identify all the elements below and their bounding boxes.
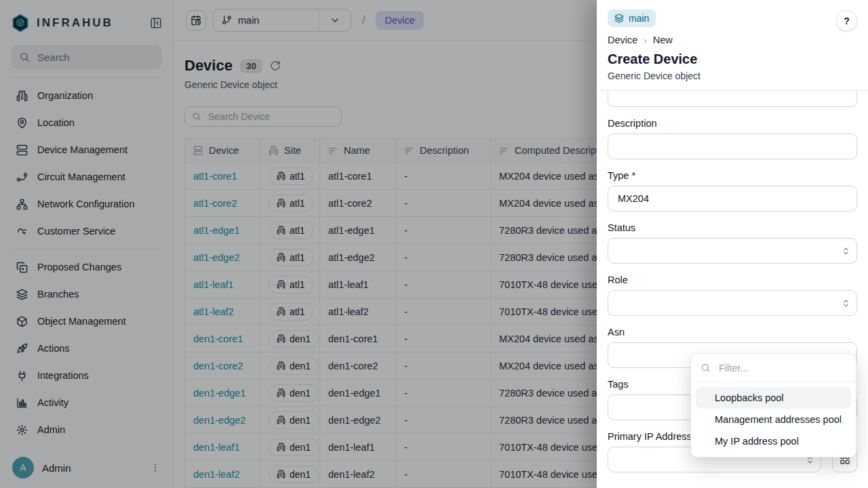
type-input[interactable] <box>616 192 848 205</box>
field-description: Description <box>608 118 857 159</box>
chevron-right-icon: › <box>644 35 646 45</box>
dropdown-item-loopbacks-pool[interactable]: Loopbacks pool <box>696 387 851 409</box>
chevrons-up-down-icon <box>842 299 850 308</box>
search-icon <box>701 363 711 373</box>
pool-dropdown: Loopbacks pool Management addresses pool… <box>690 353 856 458</box>
status-label: Status <box>608 222 857 233</box>
dropdown-item-management-addresses-pool[interactable]: Management addresses pool <box>696 409 851 430</box>
description-label: Description <box>608 118 857 129</box>
asn-label: Asn <box>608 327 857 338</box>
breadcrumb-parent[interactable]: Device <box>608 35 637 45</box>
field-status: Status <box>608 222 857 264</box>
drawer-header: main ? Device › New Create Device Generi… <box>597 0 868 91</box>
dropdown-filter[interactable] <box>691 354 856 382</box>
dropdown-item-my-ip-address-pool[interactable]: My IP address pool <box>696 430 851 452</box>
drawer-title: Create Device <box>608 52 857 67</box>
chevrons-up-down-icon <box>842 247 850 256</box>
type-label: Type * <box>608 170 857 181</box>
clipped-field[interactable] <box>608 91 857 107</box>
field-role: Role <box>608 274 857 316</box>
status-select[interactable] <box>608 238 857 264</box>
role-label: Role <box>608 274 857 285</box>
help-button[interactable]: ? <box>836 10 857 31</box>
description-input[interactable] <box>616 140 848 152</box>
branch-badge: main <box>608 9 656 27</box>
drawer-subtitle: Generic Device object <box>608 70 857 81</box>
role-select[interactable] <box>608 290 857 316</box>
breadcrumb-current: New <box>653 35 673 45</box>
layers-icon <box>614 14 624 23</box>
field-type: Type * <box>608 170 857 211</box>
dropdown-filter-input[interactable] <box>717 362 846 374</box>
drawer-breadcrumb: Device › New <box>608 35 857 45</box>
